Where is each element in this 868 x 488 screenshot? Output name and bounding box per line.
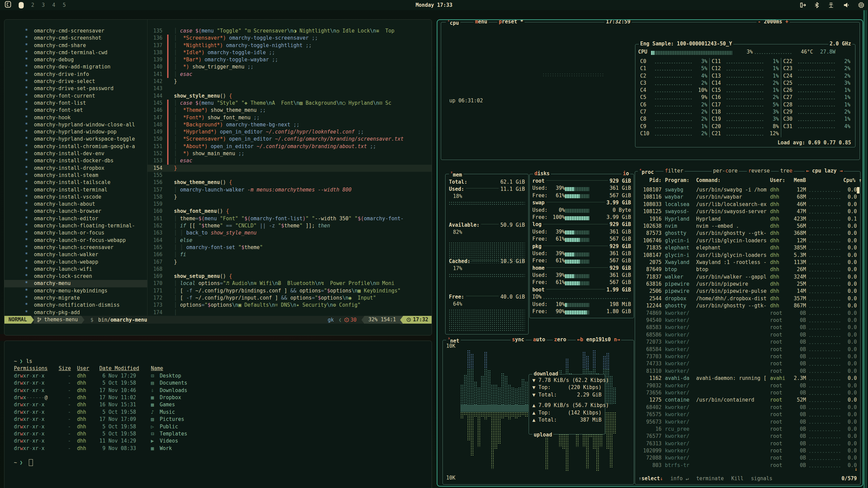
file-item[interactable]: * omarchy-launch-editor [4,215,147,222]
process-row[interactable]: 1162avahi-daavahi-daemon: running [avahi… [635,375,858,382]
process-row[interactable]: 72073kworker/root0B0.0 [635,339,858,346]
code-line[interactable]: 165│ │ omarchy-font-set "$theme" [147,244,432,251]
file-item[interactable]: * omarchy-cmd-share [4,42,147,49]
process-row[interactable]: 95673kworker/root0B0.0 [635,419,858,426]
code-line[interactable]: 153│ esac [147,157,432,164]
terminate-button[interactable]: terminate [696,475,724,482]
net-interface[interactable]: ←b enp191s0 n→ [576,337,621,343]
file-item[interactable]: * omarchy-drive-select [4,78,147,85]
code-line[interactable]: 138│ *Idle*) omarchy-toggle-idle ;; [147,49,432,56]
prompt-line[interactable]: ~❯ [14,459,428,466]
code-line[interactable]: 151│ *About*) open_in_editor ~/.config/o… [147,143,432,150]
file-item[interactable]: * omarchy-launch-about [4,201,147,208]
mem-panel-title[interactable]: ²mem [449,170,463,178]
code-line[interactable]: 144show_style_menu() { [147,93,432,100]
proc-reverse[interactable]: reverse [747,168,771,174]
process-row[interactable]: 16rcu_preeroot0B0.0 [635,426,858,433]
code-line[interactable]: 142} [147,78,432,85]
process-row[interactable]: 102099kworker/root0B0.0 [635,447,858,454]
file-item[interactable]: * omarchy-hyprland-window-close-all [4,121,147,128]
file-item[interactable]: * omarchy-launch-screensaver [4,244,147,251]
file-item[interactable]: * omarchy-migrate [4,294,147,302]
code-line[interactable]: 159 [147,201,432,208]
file-item[interactable]: * omarchy-install-vscode [4,194,147,201]
code-line[interactable]: 147│ *Font*) show_font_menu ;; [147,114,432,121]
kill-button[interactable]: Kill [731,475,744,482]
workspace-3[interactable]: 3 [42,2,45,8]
process-row[interactable]: 108116waybar/usr/bin/waybardhh68M0.0 [635,194,858,201]
file-item[interactable]: * omarchy-font-list [4,100,147,107]
file-item[interactable]: * omarchy-launch-or-focus [4,229,147,237]
process-row[interactable]: 76575kworker/root0B0.0 [635,411,858,418]
process-row[interactable]: 87649btopbtopdhh26M0.0 [635,266,858,273]
file-item[interactable]: * omarchy-install-dev-env [4,150,147,157]
proc-per-core[interactable]: per-core [712,168,739,174]
code-line[interactable]: 145│ case $(menu "Style" "❖ Theme\nA Fon… [147,100,432,107]
code-line[interactable]: 170│ local options="♬ Audio\n≋ Wifi\nɃ B… [147,280,432,287]
proc-tree[interactable]: tree [779,168,794,174]
file-item[interactable]: * omarchy-cmd-screensaver [4,27,147,35]
process-row[interactable]: 87573ghostty/usr/bin/ghostty --gtk-dhh36… [635,230,858,237]
code-line[interactable]: 146│ *Theme*) show_theme_menu ;; [147,107,432,114]
chip-icon[interactable] [858,2,865,8]
process-row[interactable]: 68583kworker/root0B0.0 [635,324,858,331]
code-line[interactable]: 167} [147,259,432,266]
process-row[interactable]: 1275containe/usr/bin/containerdroot52M0.… [635,396,858,404]
scroll-down-icon[interactable]: ↓ [854,466,857,472]
code-line[interactable]: 161│ theme=$(menu "Font" "$(omarchy-font… [147,215,432,222]
signals-button[interactable]: signals [751,475,772,482]
process-row[interactable]: 68584kworker/root0B0.0 [635,346,858,353]
process-row[interactable]: 79032kworker/root0B0.0 [635,382,858,389]
code-line[interactable]: 136│ *Screensaver*) omarchy-toggle-scree… [147,35,432,42]
workspace-5[interactable]: 5 [63,2,66,8]
code-line[interactable]: 169show_setup_menu() { [147,273,432,280]
file-item[interactable]: * omarchy-cmd-screenshot [4,35,147,42]
code-line[interactable]: 154} [147,165,432,172]
code-line[interactable]: 150│ *Screensaver*) open_in_editor ~/.co… [147,136,432,143]
file-item[interactable]: * omarchy-drive-set-password [4,85,147,92]
code-line[interactable]: 166│ fi [147,251,432,258]
code-line[interactable]: 156show_theme_menu() { [147,179,432,186]
file-item[interactable]: * omarchy-launch-browser [4,208,147,215]
code-line[interactable]: 174│ [147,309,432,316]
proc-scrollbar[interactable] [857,187,860,194]
file-item[interactable]: * omarchy-menu-keybindings [4,287,147,294]
wifi-icon[interactable] [827,2,835,8]
terminal-cursor[interactable] [29,459,33,466]
process-row[interactable]: 73703kworker/root0B0.0 [635,353,858,360]
process-row[interactable]: 81310kworker/root0B0.0 [635,368,858,375]
code-line[interactable]: 164│ else [147,237,432,244]
volume-icon[interactable] [843,2,850,8]
process-row[interactable]: 72088kworker/root0B0.0 [635,454,858,462]
code-line[interactable]: 143 [147,85,432,92]
process-row[interactable]: 12244ghostty/usr/bin/ghostty --gtk-dhh86… [635,302,858,309]
workspace-2[interactable]: 2 [31,2,34,8]
preset-button[interactable]: preset * [497,19,525,25]
file-item[interactable]: * omarchy-launch-wifi [4,266,147,273]
code-line[interactable]: 163│ │ back_to show_style_menu [147,229,432,237]
file-item[interactable]: * omarchy-menu [4,280,147,287]
process-row[interactable]: 803btrfs-trroot0B0.0 [635,462,858,469]
code-line[interactable]: 139│ *Bar*) omarchy-toggle-waybar ;; [147,56,432,63]
file-item[interactable]: * omarchy-cmd-terminal-cwd [4,49,147,56]
file-item[interactable]: * omarchy-hyprland-workspace-toggle [4,136,147,143]
disks-panel-title[interactable]: disks [533,170,551,177]
process-row[interactable]: 68402kworker/root0B0.0 [635,404,858,411]
process-row[interactable]: 1916HyprlandHyprlanddhh423M0.1 [635,216,858,223]
proc-sort[interactable]: ← cpu lazy → [805,168,844,174]
code-line[interactable]: 140│ *) show_trigger_menu ;; [147,63,432,70]
file-item[interactable]: * omarchy-font-current [4,93,147,100]
process-row[interactable]: 71835elephantelephantdhh385M0.0 [635,244,858,251]
proc-filter[interactable]: filter [664,168,685,174]
process-row[interactable]: 108147glycin-i/usr/lib/glycin-loadersdhh… [635,252,858,259]
code-line[interactable]: 155 [147,172,432,179]
file-item[interactable]: * omarchy-install-dropbox [4,165,147,172]
interval-control[interactable]: - 2000ms + [756,19,790,25]
file-item[interactable]: * omarchy-install-chromium-google-a [4,143,147,150]
process-row[interactable]: 102638nvimnvim --embed .dhh56M0.0 [635,223,858,230]
net-zero-toggle[interactable]: zero [553,337,568,343]
workspace-4[interactable]: 4 [52,2,55,8]
code-line[interactable]: 168 [147,266,432,273]
process-row[interactable]: 74733kworker/root0B0.0 [635,360,858,367]
file-item[interactable]: * omarchy-install-docker-dbs [4,157,147,164]
